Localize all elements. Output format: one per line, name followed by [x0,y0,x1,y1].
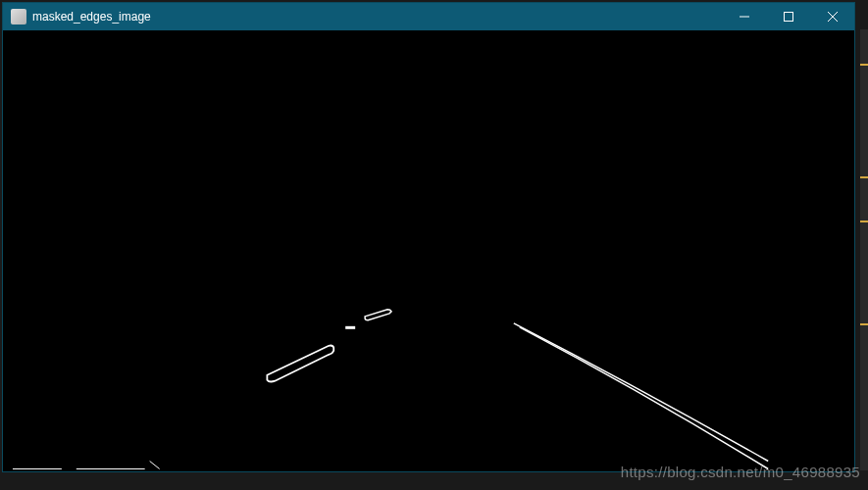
svg-rect-4 [345,326,355,329]
minimize-button[interactable] [722,3,766,30]
maximize-icon [784,12,793,22]
titlebar[interactable]: masked_edges_image [3,3,854,30]
close-button[interactable] [810,3,854,30]
edge-image [3,30,854,471]
gutter-marker [860,220,868,222]
watermark-text: https://blog.csdn.net/m0_46988935 [621,464,860,480]
window-controls [722,3,854,30]
close-icon [828,12,838,22]
gutter-marker [860,64,868,66]
application-window: masked_edges_image [2,2,855,472]
maximize-button[interactable] [766,3,810,30]
app-icon [11,9,26,24]
window-title: masked_edges_image [32,10,151,24]
gutter-marker [860,323,868,325]
ide-gutter [860,29,868,470]
image-viewport [3,30,854,471]
minimize-icon [740,12,749,22]
gutter-marker [860,176,868,178]
svg-rect-1 [784,13,792,22]
